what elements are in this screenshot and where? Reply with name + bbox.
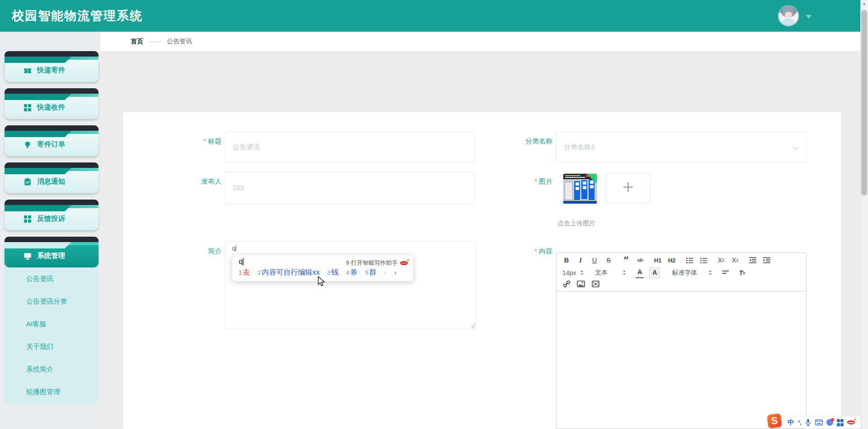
ticket-icon [24,67,32,75]
ime-assistant-hint[interactable]: 9 打开智能写作助手 [346,259,408,267]
submenu-item-announcement-categories[interactable]: 公告资讯分类 [5,290,99,313]
bullet-list-button[interactable] [699,255,708,265]
green-corner-ribbon [587,174,597,184]
item-top-band [5,51,99,57]
item-top-band [5,125,99,131]
align-button[interactable] [722,268,730,278]
ordered-list-button[interactable] [685,255,693,265]
ime-prev-page-icon[interactable]: ‹ [384,268,387,276]
required-asterisk: * [535,178,537,185]
ime-candidate[interactable]: 3钱 [327,268,339,277]
bold-button[interactable]: B [562,255,571,265]
ime-next-page-icon[interactable]: › [394,268,396,276]
sidebar-item-feedback[interactable]: 反馈投诉 [5,200,99,230]
item-top-band [5,200,99,205]
ime-candidate[interactable]: 2内容可自行编辑xx [258,268,320,277]
ime-skin-icon[interactable] [826,419,833,426]
app-header: 校园智能物流管理系统 [0,0,868,32]
lips-icon [400,260,408,266]
ime-popup: q 9 打开智能写作助手 1去 2内容可自行编辑xx 3钱 4券 5群 ‹ › [232,254,414,281]
toolbar-row-2: 14px 文本 A A 标准字体 Tx [562,267,746,278]
submenu-item-carousel-management[interactable]: 轮播图管理 [5,381,99,403]
content-rich-editor[interactable]: B I U S ” </> H1 H2 X2 X2 [556,253,807,429]
avatar[interactable] [778,6,798,26]
intro-label: 简介 [136,244,222,258]
sidebar-item-express-send[interactable]: 快递寄件 [5,51,99,82]
uploaded-image-thumbnail[interactable] [563,173,597,204]
category-select[interactable]: 分类名称3 [556,131,807,163]
paragraph-arrows-icon[interactable] [623,270,626,275]
submenu-item-ai-service[interactable]: AI客服 [5,313,99,335]
ime-punctuation-toggle[interactable]: °, [798,419,801,426]
sparkle-icon [407,259,409,261]
lips-icon[interactable] [847,419,855,425]
font-family-select[interactable]: 标准字体 [672,269,697,277]
sidebar-item-label: 反馈投诉 [37,214,65,224]
font-size-arrows-icon[interactable] [580,270,583,275]
code-block-button[interactable]: </> [636,255,644,265]
bulb-icon [24,141,32,149]
subscript-button[interactable]: X2 [717,255,725,265]
ime-candidate[interactable]: 4券 [346,268,358,277]
editor-toolbar: B I U S ” </> H1 H2 X2 X2 [557,253,807,291]
avatar-body [782,18,795,26]
publisher-input[interactable]: 222 [225,172,475,204]
background-color-button[interactable]: A [649,267,660,278]
keyboard-icon[interactable] [815,419,823,425]
sidebar-item-system-management[interactable]: 系统管理 [5,237,99,267]
ime-toolbox-icon[interactable] [837,419,844,426]
paragraph-format-select[interactable]: 文本 [595,269,608,277]
item-top-band [5,237,99,242]
sidebar-item-express-receive[interactable]: 快递收件 [5,88,99,119]
avatar-face [785,12,792,18]
font-family-arrows-icon[interactable] [709,270,712,275]
breadcrumb-home[interactable]: 首页 [131,32,143,51]
category-label: 分类名称 [467,134,552,148]
sidebar-item-send-orders[interactable]: 寄件订单 [5,125,99,156]
heading2-button[interactable]: H2 [668,255,676,265]
upload-image-button[interactable]: + [606,173,651,203]
italic-button[interactable]: I [576,255,585,265]
plus-icon: + [606,174,650,201]
image-label: *图片 [467,175,552,188]
insert-image-button[interactable] [577,279,585,289]
thumb-decor [565,175,580,176]
sidebar-item-notifications[interactable]: 消息通知 [5,162,99,193]
ime-candidate[interactable]: 1去 [239,268,250,277]
category-value: 分类名称3 [557,132,806,162]
toolbar-row-1: B I U S ” </> H1 H2 X2 X2 [562,255,771,265]
microphone-icon[interactable] [805,419,811,426]
font-size-select[interactable]: 14px [562,269,576,276]
publisher-value: 222 [226,172,475,203]
link-button[interactable] [562,279,571,289]
item-top-band [5,162,99,168]
app-title: 校园智能物流管理系统 [12,0,143,32]
indent-button[interactable] [763,255,771,265]
scrollbar-up-arrow-icon[interactable]: ▲ [860,1,868,7]
ime-composition: q [239,257,244,266]
sogou-logo[interactable]: S [767,414,782,429]
insert-video-button[interactable] [591,279,599,289]
resize-handle[interactable] [470,324,475,328]
submenu-item-about-us[interactable]: 关于我们 [5,335,99,358]
text-color-button[interactable]: A [636,267,644,278]
submenu-item-announcements[interactable]: 公告资讯 [5,267,99,290]
underline-button[interactable]: U [590,255,599,265]
page-scrollbar-thumb[interactable] [861,10,867,195]
ime-language-toggle[interactable]: 中 [788,418,794,427]
superscript-button[interactable]: X2 [731,255,739,265]
heading1-button[interactable]: H1 [654,255,662,265]
title-label: *标题 [136,134,222,148]
avatar-dropdown-caret-icon[interactable] [806,15,812,19]
item-top-band [5,88,99,94]
ime-candidate[interactable]: 5群 [365,268,377,277]
clean-format-button[interactable]: Tx [738,268,746,278]
content-label: *内容 [467,244,552,258]
blockquote-button[interactable]: ” [622,257,630,263]
outdent-button[interactable] [749,255,757,265]
locker-graphic [574,181,580,200]
submenu-item-system-intro[interactable]: 系统简介 [5,358,99,381]
title-input[interactable]: 公告资讯 [225,131,475,163]
upload-hint: 点击上传图片 [557,219,595,228]
strikethrough-button[interactable]: S [604,255,613,265]
